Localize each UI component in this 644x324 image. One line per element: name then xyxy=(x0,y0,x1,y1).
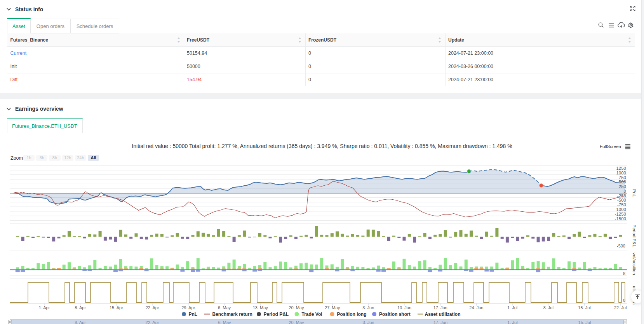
svg-text:-1500: -1500 xyxy=(615,216,626,221)
svg-text:Trade Vol: Trade Vol xyxy=(302,312,322,317)
svg-text:1. Jul: 1. Jul xyxy=(507,320,517,324)
svg-text:22. Jul: 22. Jul xyxy=(614,305,627,310)
svg-text:3. Jun: 3. Jun xyxy=(362,305,374,310)
svg-text:750: 750 xyxy=(619,175,626,180)
svg-text:8. Apr: 8. Apr xyxy=(75,320,86,324)
svg-text:-8: -8 xyxy=(621,271,625,276)
svg-text:0: 0 xyxy=(623,298,625,303)
svg-text:6. May: 6. May xyxy=(218,320,231,324)
svg-text:vol/position: vol/position xyxy=(632,253,637,275)
svg-text:-500: -500 xyxy=(617,244,625,248)
svg-text:PnL: PnL xyxy=(189,312,198,317)
svg-text:29. Apr: 29. Apr xyxy=(181,305,195,310)
svg-text:Position long: Position long xyxy=(337,312,367,317)
svg-text:-250: -250 xyxy=(617,193,626,198)
svg-text:1250: 1250 xyxy=(616,166,626,171)
svg-text:15. Jul: 15. Jul xyxy=(578,305,590,310)
svg-text:10. Jun: 10. Jun xyxy=(397,305,411,310)
svg-text:20. May: 20. May xyxy=(289,320,304,324)
svg-text:-1000: -1000 xyxy=(615,207,626,212)
svg-text:8. Apr: 8. Apr xyxy=(75,305,86,310)
svg-text:22. Apr: 22. Apr xyxy=(146,305,159,310)
svg-text:1. Jul: 1. Jul xyxy=(507,305,517,310)
svg-text:1000: 1000 xyxy=(616,171,626,175)
svg-text:13. May: 13. May xyxy=(253,305,268,310)
svg-text:Period P&L: Period P&L xyxy=(264,312,289,317)
svg-text:27. May: 27. May xyxy=(325,305,340,310)
svg-text:1. Apr: 1. Apr xyxy=(39,305,50,310)
svg-text:250: 250 xyxy=(619,184,626,189)
svg-text:-500: -500 xyxy=(617,198,626,202)
svg-text:15. Jul: 15. Jul xyxy=(578,320,591,324)
svg-text:500: 500 xyxy=(619,179,626,184)
svg-text:Benchmark return: Benchmark return xyxy=(212,312,252,317)
svg-text:15. Apr: 15. Apr xyxy=(110,305,123,310)
svg-text:24. Jun: 24. Jun xyxy=(469,305,483,310)
svg-text:-1250: -1250 xyxy=(615,212,626,216)
svg-text:20. May: 20. May xyxy=(289,305,304,310)
svg-text:3. Jun: 3. Jun xyxy=(363,320,374,324)
svg-text:-750: -750 xyxy=(617,202,626,207)
svg-text:PnL: PnL xyxy=(632,189,637,197)
svg-text:0: 0 xyxy=(624,189,626,193)
svg-text:17. Jun: 17. Jun xyxy=(433,320,447,324)
svg-text:17. Jun: 17. Jun xyxy=(433,305,447,310)
svg-text:Asset utilization: Asset utilization xyxy=(425,312,461,317)
svg-text:22. Apr: 22. Apr xyxy=(146,320,159,324)
svg-text:Position short: Position short xyxy=(379,312,411,317)
svg-text:8. Jul: 8. Jul xyxy=(543,305,553,310)
svg-text:Period P&L: Period P&L xyxy=(632,225,637,247)
svg-text:6. May: 6. May xyxy=(218,305,231,310)
